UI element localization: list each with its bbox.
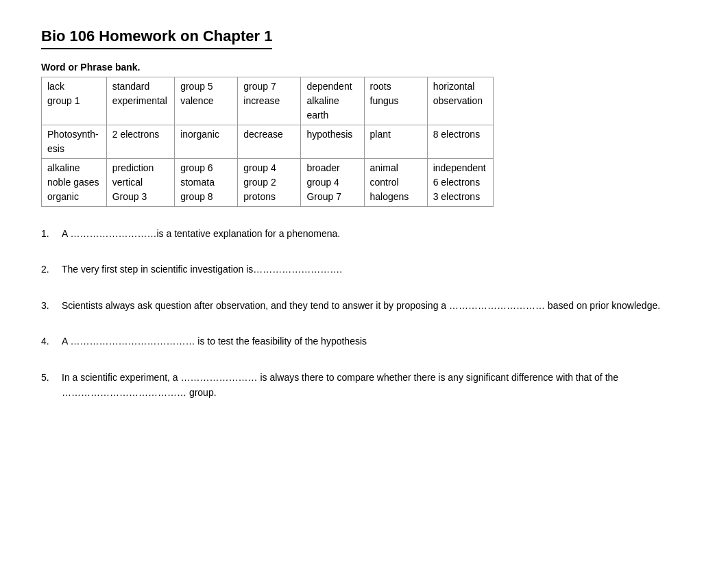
word-bank-cell-2-6: independent6 electrons3 electrons: [427, 159, 493, 207]
questions-list: 1.A ………………………is a tentative explanation …: [41, 226, 687, 400]
word-bank-cell-1-1: 2 electrons: [106, 125, 174, 159]
word-bank-cell-1-4: hypothesis: [301, 125, 364, 159]
word-bank-label: Word or Phrase bank.: [41, 62, 687, 73]
word-bank-cell-2-4: broadergroup 4Group 7: [301, 159, 364, 207]
word-bank-cell-0-6: horizontalobservation: [427, 77, 493, 125]
word-bank-cell-2-3: group 4group 2protons: [238, 159, 301, 207]
question-text-1: A ………………………is a tentative explanation fo…: [62, 226, 687, 241]
word-bank-cell-0-3: group 7increase: [238, 77, 301, 125]
word-bank-cell-0-2: group 5valence: [175, 77, 238, 125]
question-num-2: 2.: [41, 262, 62, 277]
word-bank-cell-2-5: animalcontrolhalogens: [364, 159, 427, 207]
question-text-4: A ………………………………… is to test the feasibili…: [62, 334, 687, 349]
page-title: Bio 106 Homework on Chapter 1: [41, 27, 272, 49]
word-bank-cell-1-0: Photosynth-esis: [42, 125, 107, 159]
word-bank-cell-0-0: lackgroup 1: [42, 77, 107, 125]
word-bank-cell-1-2: inorganic: [175, 125, 238, 159]
question-num-3: 3.: [41, 298, 62, 313]
question-item: 5.In a scientific experiment, a ………………………: [41, 370, 687, 401]
question-text-2: The very first step in scientific invest…: [62, 262, 687, 277]
word-bank-cell-0-1: standardexperimental: [106, 77, 174, 125]
question-num-5: 5.: [41, 370, 62, 401]
word-bank-cell-2-0: alkalinenoble gasesorganic: [42, 159, 107, 207]
word-bank-cell-0-4: dependentalkalineearth: [301, 77, 364, 125]
question-item: 4.A ………………………………… is to test the feasibi…: [41, 334, 687, 349]
word-bank-cell-1-6: 8 electrons: [427, 125, 493, 159]
question-item: 3.Scientists always ask question after o…: [41, 298, 687, 313]
question-item: 2.The very first step in scientific inve…: [41, 262, 687, 277]
question-item: 1.A ………………………is a tentative explanation …: [41, 226, 687, 241]
question-text-5: In a scientific experiment, a …………………… i…: [62, 370, 687, 401]
question-text-3: Scientists always ask question after obs…: [62, 298, 687, 313]
word-bank-cell-1-5: plant: [364, 125, 427, 159]
word-bank-cell-2-2: group 6stomatagroup 8: [175, 159, 238, 207]
word-bank-cell-2-1: predictionverticalGroup 3: [106, 159, 174, 207]
word-bank-table: lackgroup 1standardexperimentalgroup 5va…: [41, 77, 494, 207]
question-num-1: 1.: [41, 226, 62, 241]
question-num-4: 4.: [41, 334, 62, 349]
word-bank-cell-1-3: decrease: [238, 125, 301, 159]
word-bank-cell-0-5: rootsfungus: [364, 77, 427, 125]
